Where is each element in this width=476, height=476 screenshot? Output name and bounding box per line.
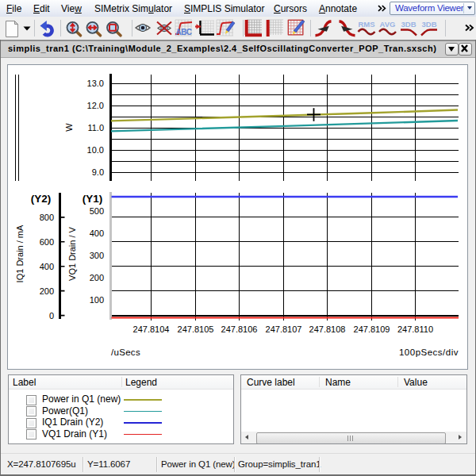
svg-text:13.0: 13.0 (87, 79, 104, 88)
svg-text:400: 400 (40, 262, 54, 271)
svg-text:300: 300 (90, 251, 104, 260)
svg-text:AVG: AVG (380, 20, 396, 29)
svg-text:IQ1 Drain / mA: IQ1 Drain / mA (15, 225, 25, 282)
svg-text:247.8104: 247.8104 (133, 324, 170, 334)
svg-text:(Y1): (Y1) (83, 193, 103, 205)
svg-text:100pSecs/div: 100pSecs/div (399, 347, 459, 357)
svg-text:W: W (64, 123, 74, 132)
svg-text:12.0: 12.0 (87, 101, 104, 110)
svg-text:VQ1 Drain / V: VQ1 Drain / V (67, 226, 77, 281)
svg-text:0: 0 (49, 311, 54, 321)
svg-text:11.0: 11.0 (87, 123, 104, 132)
svg-text:247.8107: 247.8107 (266, 324, 302, 334)
svg-text:RMS: RMS (358, 20, 374, 29)
svg-text:3DB: 3DB (421, 20, 436, 29)
svg-text:247.8110: 247.8110 (397, 324, 433, 334)
svg-text:10.0: 10.0 (87, 145, 104, 155)
svg-text:800: 800 (40, 213, 54, 222)
svg-text:247.8108: 247.8108 (309, 324, 346, 334)
svg-text:/uSecs: /uSecs (111, 347, 140, 357)
svg-text:100: 100 (90, 295, 104, 305)
svg-text:(Y2): (Y2) (31, 193, 52, 205)
svg-text:500: 500 (90, 206, 104, 216)
svg-text:247.8109: 247.8109 (354, 324, 390, 334)
svg-text:600: 600 (40, 237, 54, 247)
svg-text:ABC: ABC (175, 28, 191, 36)
svg-text:3DB: 3DB (401, 20, 416, 29)
svg-text:200: 200 (40, 286, 54, 296)
svg-text:200: 200 (90, 273, 104, 282)
svg-text:247.8105: 247.8105 (178, 324, 214, 334)
svg-text:9.0: 9.0 (92, 167, 104, 177)
svg-text:400: 400 (90, 228, 104, 238)
svg-text:247.8106: 247.8106 (221, 324, 258, 334)
